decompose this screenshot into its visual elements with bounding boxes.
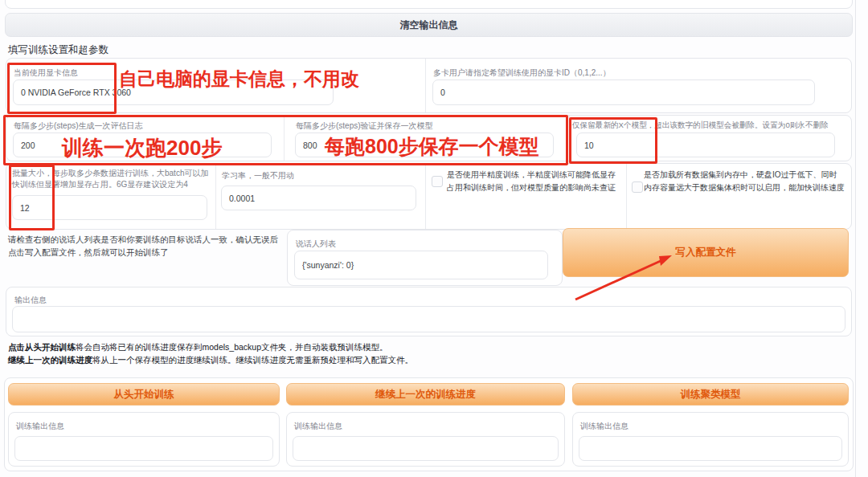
train-cluster-model-button[interactable]: 训练聚类模型 — [572, 383, 849, 406]
note-continue-training: 继续上一次的训练进度将从上一个保存模型的进度继续训练。继续训练进度无需重新预处理… — [8, 355, 413, 366]
train-output-label-1: 训练输出信息 — [16, 421, 64, 432]
clear-output-button[interactable]: 清空输出信息 — [5, 13, 853, 37]
half-precision-checkbox[interactable] — [432, 176, 443, 187]
batch-size-input[interactable] — [12, 195, 207, 220]
continue-training-button[interactable]: 继续上一次的训练进度 — [286, 383, 565, 406]
speaker-list-label: 说话人列表 — [296, 238, 336, 250]
output-info-input[interactable] — [12, 306, 845, 332]
divider — [569, 116, 570, 161]
divider — [284, 116, 285, 161]
note-continue-bold: 继续上一次的训练进度 — [8, 355, 92, 365]
train-output-input-1[interactable] — [14, 436, 273, 461]
all-in-mem-label: 是否加载所有数据集到内存中，硬盘IO过于低下、同时内存容量远大于数据集体积时可以… — [644, 169, 845, 194]
divider — [425, 164, 426, 229]
keep-ckpts-label: 仅保留最新的X个模型，超出该数字的旧模型会被删除。设置为0则永不删除 — [572, 120, 829, 131]
note-start-training: 点击从头开始训练将会自动将已有的训练进度保存到models_backup文件夹，… — [8, 342, 388, 353]
gpu-id-label: 多卡用户请指定希望训练使用的显卡ID（0,1,2...） — [433, 67, 611, 79]
learning-rate-label: 学习率，一般不用动 — [222, 170, 294, 181]
eval-steps-input[interactable] — [13, 132, 272, 157]
half-precision-label: 是否使用半精度训练，半精度训练可能降低显存占用和训练时间，但对模型质量的影响尚未… — [447, 169, 622, 194]
save-steps-input[interactable] — [295, 132, 554, 157]
note-start-bold: 点击从头开始训练 — [8, 342, 76, 352]
page-edge-divider — [855, 0, 856, 477]
truncated-textbox-above — [5, 0, 853, 9]
all-in-mem-checkbox[interactable] — [632, 181, 643, 193]
speaker-list-input[interactable] — [294, 251, 548, 279]
note-continue-rest: 将从上一个保存模型的进度继续训练。继续训练进度无需重新预处理和写入配置文件。 — [92, 355, 413, 365]
train-from-scratch-button[interactable]: 从头开始训练 — [8, 383, 280, 406]
train-output-label-3: 训练输出信息 — [580, 421, 628, 432]
divider — [626, 164, 627, 229]
training-settings-page: 清空输出信息 填写训练设置和超参数 当前使用显卡信息 多卡用户请指定希望训练使用… — [0, 0, 868, 477]
section-title: 填写训练设置和超参数 — [8, 43, 108, 57]
train-output-input-2[interactable] — [293, 436, 559, 461]
write-config-button[interactable]: 写入配置文件 — [563, 228, 849, 277]
write-config-instruction: 请检查右侧的说话人列表是否和你要训练的目标说话人一致，确认无误后点击写入配置文件… — [8, 233, 281, 259]
gpu-info-input[interactable] — [13, 80, 334, 105]
train-output-label-2: 训练输出信息 — [294, 421, 342, 432]
gpu-id-input[interactable] — [432, 80, 815, 105]
gpu-info-label: 当前使用显卡信息 — [14, 67, 78, 79]
output-info-label: 输出信息 — [14, 295, 47, 306]
divider — [215, 164, 216, 229]
save-steps-label: 每隔多少步(steps)验证并保存一次模型 — [296, 120, 433, 132]
eval-steps-label: 每隔多少步(steps)生成一次评估日志 — [14, 120, 143, 132]
train-output-input-3[interactable] — [579, 436, 842, 461]
divider — [425, 59, 426, 112]
batch-size-label: 批量大小，每步取多少条数据进行训练，大batch可以加快训练但显著增加显存占用。… — [12, 168, 209, 190]
learning-rate-input[interactable] — [221, 186, 416, 210]
keep-ckpts-input[interactable] — [576, 132, 835, 157]
note-start-rest: 将会自动将已有的训练进度保存到models_backup文件夹，并自动装载预训练… — [76, 342, 388, 352]
